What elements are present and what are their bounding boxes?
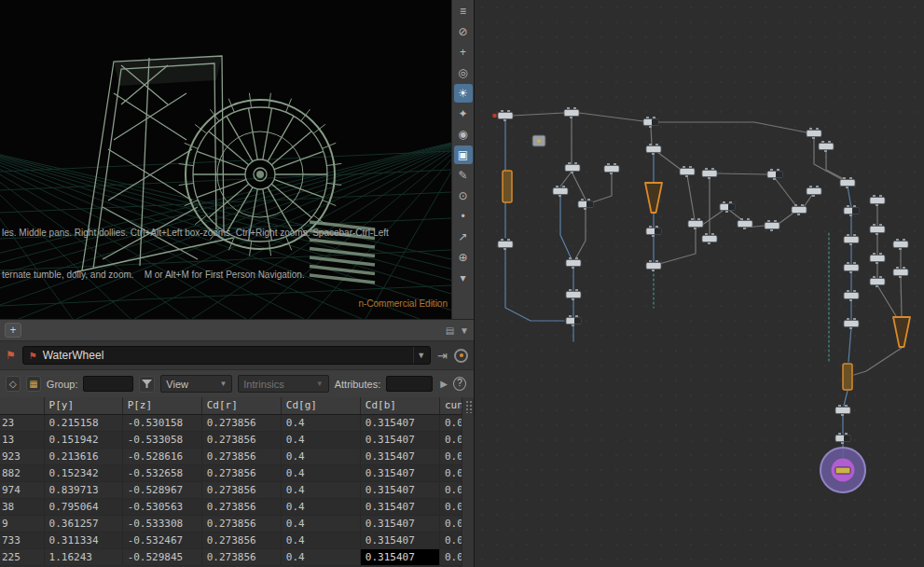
point-display-icon[interactable]: • [454,207,473,226]
network-graph[interactable] [475,0,924,567]
follow-selection-icon[interactable] [454,349,468,363]
value-cell[interactable]: 0.4 [281,515,360,532]
pane-collapse-icon[interactable]: ▼ [460,325,469,336]
row-number-cell[interactable]: 923 [0,448,44,464]
menu-icon[interactable]: ≡ [454,2,473,21]
column-header[interactable] [0,397,44,414]
value-cell[interactable]: 0.273856 [201,498,281,515]
apply-icon[interactable]: ▶ [440,379,448,389]
network-node[interactable] [840,177,855,188]
network-node[interactable] [492,110,513,121]
eyedropper-icon[interactable]: ⊙ [454,187,473,205]
network-node[interactable] [498,239,513,250]
value-cell[interactable]: 0.4 [281,448,360,464]
new-tab-button[interactable]: + [5,323,21,338]
network-node[interactable] [578,199,593,210]
selected-node[interactable] [843,364,852,390]
network-node[interactable] [564,107,579,118]
network-node[interactable] [807,186,821,197]
measure-icon[interactable]: ⊕ [454,248,473,267]
network-node[interactable] [532,135,545,146]
column-header[interactable]: Cd[b] [360,397,439,414]
value-cell[interactable]: 0.4 [281,431,360,448]
column-header[interactable]: Cd[r] [201,397,281,414]
pin-icon[interactable]: ⇥ [437,349,448,363]
row-number-cell[interactable]: 23 [0,414,44,431]
value-cell[interactable]: 0.273856 [201,548,281,565]
network-node[interactable] [566,257,581,269]
value-cell[interactable]: 0.315407 [360,515,439,532]
value-cell[interactable]: 0.315407 [360,498,439,515]
network-node[interactable] [835,405,850,416]
spreadsheet-scrollbar[interactable] [462,397,474,567]
lighting-icon[interactable]: ☀ [454,84,473,103]
network-node[interactable] [604,163,619,174]
value-cell[interactable]: 0.315407 [360,431,439,448]
value-cell[interactable]: 0.0 [439,481,462,498]
value-cell[interactable]: 0.0 [439,464,462,481]
value-cell[interactable]: 0.0 [439,532,462,548]
network-node[interactable] [680,166,695,177]
network-node[interactable] [893,239,908,250]
value-cell[interactable]: -0.528616 [122,448,201,464]
group-input[interactable] [83,376,133,392]
row-number-cell[interactable]: 974 [0,481,44,498]
value-cell[interactable]: -0.533058 [122,431,201,448]
value-cell[interactable]: -0.530158 [122,414,201,431]
value-cell[interactable]: 0.4 [281,532,360,548]
value-cell[interactable]: 0.315407 [360,548,439,565]
network-node[interactable] [688,218,703,229]
network-node[interactable] [553,186,568,197]
value-cell[interactable]: 0.273856 [201,414,281,431]
value-cell[interactable]: 0.0 [439,498,462,515]
toolbar-scroll-icon[interactable]: ▾ [454,269,473,287]
snap-icon[interactable]: ✦ [454,104,473,123]
network-node[interactable] [702,233,717,244]
column-header[interactable]: P[z] [122,397,201,414]
network-node[interactable] [643,117,658,128]
value-cell[interactable]: 0.311334 [44,532,122,548]
network-node[interactable] [870,195,885,206]
value-cell[interactable]: 0.315407 [360,464,439,481]
value-cell[interactable]: -0.532658 [122,464,201,481]
value-cell[interactable]: 0.315407 [360,532,439,548]
view-dropdown[interactable]: View ▼ [160,375,232,393]
value-cell[interactable]: 0.0 [439,448,462,464]
filter-button[interactable] [139,376,155,393]
row-number-cell[interactable]: 733 [0,532,44,548]
add-view-icon[interactable]: + [454,43,473,62]
intrinsics-dropdown[interactable]: Intrinsics ▼ [238,375,328,393]
scrollbar-grip[interactable] [465,400,472,413]
value-cell[interactable]: 0.273856 [201,532,281,548]
vertex-mode-icon[interactable]: ◇ [6,376,21,392]
value-cell[interactable]: 0.4 [281,548,360,565]
column-header[interactable]: cun [439,397,462,414]
network-node[interactable] [835,433,850,444]
transform-icon[interactable]: ↗ [454,228,473,246]
value-cell[interactable]: 0.273856 [201,481,281,498]
selected-node[interactable] [893,317,910,347]
value-cell[interactable]: 0.152342 [44,464,122,481]
network-node[interactable] [765,220,779,231]
value-cell[interactable]: 0.273856 [201,431,281,448]
point-mode-icon[interactable]: ▦ [26,376,41,392]
value-cell[interactable]: 0.4 [281,498,360,515]
value-cell[interactable]: 0.273856 [201,515,281,532]
edit-icon[interactable]: ✎ [454,166,473,185]
selected-node[interactable] [503,171,512,202]
network-node[interactable] [807,128,821,139]
selected-node[interactable] [645,183,662,213]
value-cell[interactable]: 0.151942 [44,431,122,448]
network-node[interactable] [767,169,782,180]
value-cell[interactable]: 0.4 [281,481,360,498]
path-dropdown-icon[interactable]: ▼ [413,347,428,364]
column-header[interactable]: Cd[g] [281,397,360,414]
output-node[interactable] [821,448,865,492]
value-cell[interactable]: 0.273856 [201,464,281,481]
value-cell[interactable]: -0.529845 [122,548,201,565]
value-cell[interactable]: 0.273856 [201,448,281,464]
value-cell[interactable]: 0.4 [281,464,360,481]
value-cell[interactable]: -0.533308 [122,515,201,532]
row-number-cell[interactable]: 13 [0,431,44,448]
geometry-display-icon[interactable]: ▣ [454,145,473,164]
